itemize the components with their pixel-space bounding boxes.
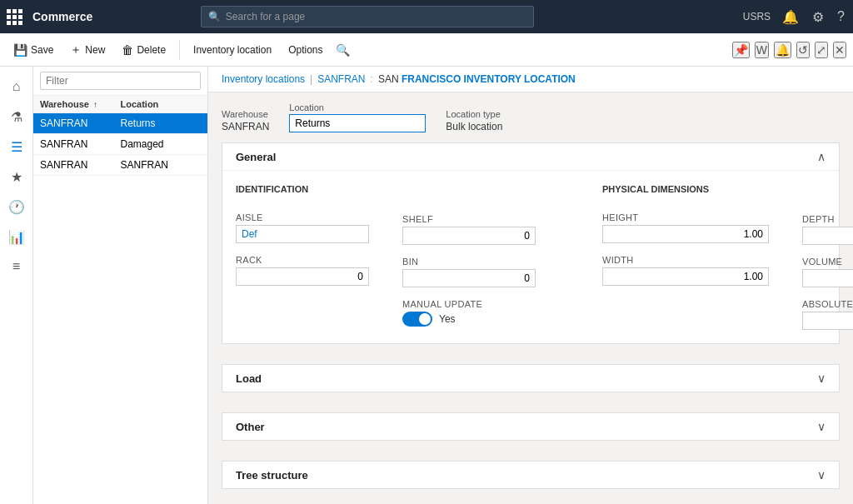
breadcrumb-warehouse: SANFRAN xyxy=(317,73,365,85)
aisle-field: Aisle xyxy=(236,212,369,243)
width-field: Width xyxy=(602,255,769,286)
row-warehouse: SANFRAN xyxy=(40,117,121,129)
location-field: Location xyxy=(289,102,426,132)
identification-col: IDENTIFICATION Aisle Rack xyxy=(236,184,369,330)
rack-field: Rack xyxy=(236,255,369,286)
rack-input[interactable] xyxy=(236,267,369,286)
toolbar-pin-icon[interactable]: 📌 xyxy=(732,42,750,58)
row-location: SANFRAN xyxy=(121,159,202,171)
manual-update-toggle[interactable] xyxy=(402,312,432,327)
other-section-title: Other xyxy=(236,421,265,433)
other-section-header[interactable]: Other ∨ xyxy=(222,413,839,440)
nav-chart-icon[interactable]: 📊 xyxy=(3,223,30,250)
toolbar-close-icon[interactable]: ✕ xyxy=(833,42,846,58)
physical-dimensions-col: PHYSICAL DIMENSIONS Height Width xyxy=(602,184,769,330)
general-section-content: IDENTIFICATION Aisle Rack xyxy=(222,171,839,343)
shelf-label: Shelf xyxy=(402,214,536,224)
other-chevron-icon: ∨ xyxy=(817,420,826,433)
breadcrumb-sep2: : xyxy=(371,73,373,85)
general-grid: IDENTIFICATION Aisle Rack xyxy=(236,184,826,330)
options-button[interactable]: Options xyxy=(282,41,329,59)
general-section-header[interactable]: General ∧ xyxy=(222,143,839,171)
filter-input[interactable] xyxy=(40,72,201,90)
delete-button[interactable]: 🗑 Delete xyxy=(115,40,172,60)
shelf-field: Shelf xyxy=(402,214,536,245)
manual-update-label: Manual update xyxy=(402,299,536,309)
shelf-bin-col: Shelf Bin Manual update Yes xyxy=(402,184,536,330)
location-input[interactable] xyxy=(289,114,426,132)
shelf-input[interactable] xyxy=(402,227,536,245)
list-row[interactable]: SANFRAN SANFRAN xyxy=(33,155,207,176)
new-button[interactable]: ＋ New xyxy=(63,39,112,61)
general-section-title: General xyxy=(236,151,276,163)
identification-header: IDENTIFICATION xyxy=(236,184,369,201)
row-warehouse: SANFRAN xyxy=(40,138,121,150)
list-row[interactable]: SANFRAN Damaged xyxy=(33,134,207,155)
identification-title: IDENTIFICATION xyxy=(236,184,369,194)
nav-clock-icon[interactable]: 🕐 xyxy=(3,193,30,220)
absolute-height-input[interactable] xyxy=(802,312,853,330)
load-section-header[interactable]: Load ∨ xyxy=(222,365,839,392)
search-input[interactable] xyxy=(226,11,526,22)
row-warehouse: SANFRAN xyxy=(40,159,121,171)
nav-home-icon[interactable]: ⌂ xyxy=(3,73,30,100)
depth-field: Depth xyxy=(802,214,853,245)
manual-update-toggle-row: Yes xyxy=(402,312,536,327)
col-header-warehouse: Warehouse ↑ xyxy=(40,99,121,109)
nav-filter-icon[interactable]: ⚗ xyxy=(3,103,30,130)
save-button[interactable]: 💾 Save xyxy=(7,40,60,60)
warehouse-value: SANFRAN xyxy=(222,121,269,132)
list-row[interactable]: SANFRAN Returns xyxy=(33,113,207,134)
toolbar-refresh-icon[interactable]: ↺ xyxy=(796,42,810,58)
top-bar: Commerce 🔍 USRS 🔔 ⚙ ? xyxy=(0,0,853,33)
height-input[interactable] xyxy=(602,225,769,243)
breadcrumb-link[interactable]: Inventory locations xyxy=(222,73,305,85)
nav-list-icon[interactable]: ☰ xyxy=(3,133,30,160)
warehouse-label: Warehouse xyxy=(222,109,269,119)
other-section: Other ∨ xyxy=(222,412,840,441)
gear-icon[interactable]: ⚙ xyxy=(811,9,826,25)
rack-label: Rack xyxy=(236,255,369,265)
volume-label: Volume xyxy=(802,257,853,267)
row-location: Returns xyxy=(121,117,202,129)
width-input[interactable] xyxy=(602,267,769,286)
general-chevron-icon: ∧ xyxy=(817,150,826,163)
volume-input[interactable] xyxy=(802,269,853,287)
bin-input[interactable] xyxy=(402,269,536,287)
bell-icon[interactable]: 🔔 xyxy=(781,9,801,25)
nav-star-icon[interactable]: ★ xyxy=(3,163,30,190)
toolbar: 💾 Save ＋ New 🗑 Delete Inventory location… xyxy=(0,33,853,67)
app-grid-icon[interactable] xyxy=(7,9,22,25)
toolbar-notification-icon[interactable]: 🔔 xyxy=(774,42,791,58)
global-search[interactable]: 🔍 xyxy=(201,6,534,27)
user-label: USRS xyxy=(743,11,771,22)
volume-field: Volume xyxy=(802,257,853,287)
icon-nav: ⌂ ⚗ ☰ ★ 🕐 📊 ≡ xyxy=(0,67,33,504)
location-type-label: Location type xyxy=(446,109,502,119)
top-bar-right: USRS 🔔 ⚙ ? xyxy=(743,9,846,25)
toolbar-search-button[interactable]: 🔍 xyxy=(336,43,350,57)
nav-lines-icon[interactable]: ≡ xyxy=(3,253,30,280)
tree-section-title: Tree structure xyxy=(236,469,308,482)
toolbar-popout-icon[interactable]: ⤢ xyxy=(815,42,828,58)
tree-section-header[interactable]: Tree structure ∨ xyxy=(222,462,839,488)
app-name: Commerce xyxy=(32,10,92,23)
breadcrumb-name: FRANCISCO INVENTORY LOCATION xyxy=(402,73,576,85)
aisle-input[interactable] xyxy=(236,225,369,243)
delete-icon: 🗑 xyxy=(122,43,133,57)
load-section: Load ∨ xyxy=(222,364,840,392)
inventory-location-button[interactable]: Inventory location xyxy=(187,41,278,59)
absolute-height-field: Absolute height xyxy=(802,299,853,330)
list-header: Warehouse ↑ Location xyxy=(33,96,207,113)
warehouse-field: Warehouse SANFRAN xyxy=(222,109,269,132)
help-icon[interactable]: ? xyxy=(836,9,846,24)
toolbar-word-icon[interactable]: W xyxy=(755,42,769,58)
load-section-title: Load xyxy=(236,372,262,385)
new-icon: ＋ xyxy=(70,42,82,57)
location-label: Location xyxy=(289,102,426,112)
phys-dim-title: PHYSICAL DIMENSIONS xyxy=(602,184,769,194)
location-type-field: Location type Bulk location xyxy=(446,109,502,132)
depth-label: Depth xyxy=(802,214,853,224)
depth-input[interactable] xyxy=(802,227,853,245)
manual-update-field: Manual update Yes xyxy=(402,299,536,327)
